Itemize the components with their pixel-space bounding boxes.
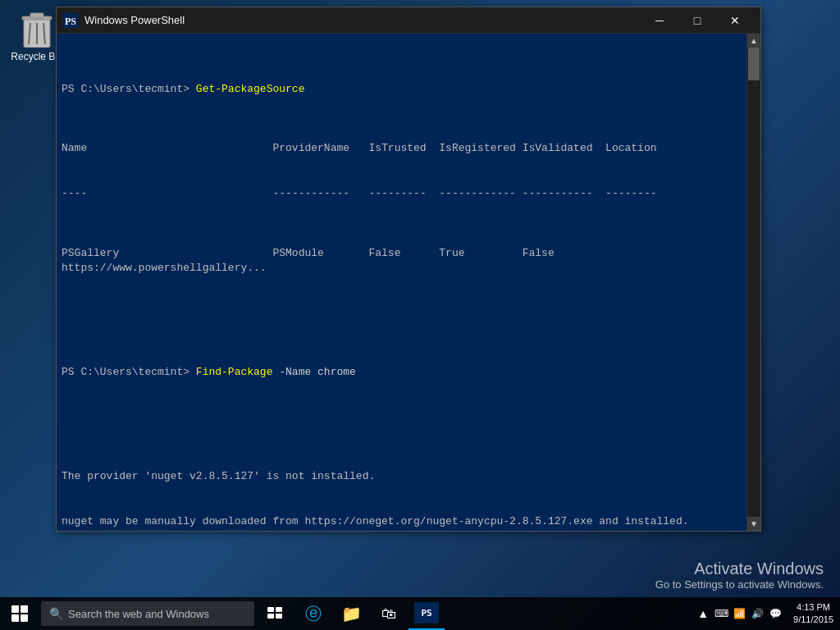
recycle-bin-graphic xyxy=(17,8,57,48)
window-controls: ─ □ ✕ xyxy=(641,7,754,34)
tray-network-icon[interactable]: 📶 xyxy=(731,605,747,622)
clock-date: 9/11/2015 xyxy=(793,614,833,626)
window-title: Windows PowerShell xyxy=(84,14,641,26)
ps-taskbar-icon: PS xyxy=(414,602,439,623)
task-view-button[interactable] xyxy=(258,597,294,630)
clock-time: 4:13 PM xyxy=(797,601,830,614)
scroll-up-button[interactable]: ▲ xyxy=(747,34,761,48)
titlebar: PS Windows PowerShell ─ □ ✕ xyxy=(57,7,760,34)
tray-keyboard-icon[interactable]: ⌨ xyxy=(713,605,729,622)
terminal-nuget-msg2: nuget may be manually downloaded from ht… xyxy=(62,514,742,529)
activate-title: Activate Windows xyxy=(655,559,824,578)
tray-volume-icon[interactable]: 🔊 xyxy=(749,605,765,622)
svg-rect-9 xyxy=(276,607,282,612)
terminal-output[interactable]: PS C:\Users\tecmint> Get-PackageSource N… xyxy=(57,34,746,531)
edge-button[interactable]: ⓔ xyxy=(295,597,331,630)
activate-subtitle: Go to Settings to activate Windows. xyxy=(655,578,824,591)
terminal-content-wrapper: PS C:\Users\tecmint> Get-PackageSource N… xyxy=(57,34,760,531)
maximize-button[interactable]: □ xyxy=(678,7,716,34)
scroll-down-button[interactable]: ▼ xyxy=(747,517,761,531)
terminal-header: Name ProviderName IsTrusted IsRegistered… xyxy=(62,141,742,156)
search-box[interactable]: 🔍 Search the web and Windows xyxy=(41,601,254,626)
scrollbar[interactable]: ▲ ▼ xyxy=(746,34,760,531)
powershell-window: PS Windows PowerShell ─ □ ✕ PS C:\Users\… xyxy=(56,7,761,532)
terminal-line-1: PS C:\Users\tecmint> Get-PackageSource xyxy=(62,82,742,97)
svg-rect-11 xyxy=(276,614,282,619)
terminal-nuget-msg1: The provider 'nuget v2.8.5.127' is not i… xyxy=(62,469,742,484)
scrollbar-thumb[interactable] xyxy=(748,48,760,80)
terminal-data-row: PSGallery PSModule False True False http… xyxy=(62,246,742,276)
powershell-taskbar-button[interactable]: PS xyxy=(409,597,445,630)
tray-message-icon[interactable]: 💬 xyxy=(767,605,783,622)
svg-rect-10 xyxy=(267,614,274,619)
terminal-dashes: ---- ------------ --------- ------------… xyxy=(62,186,742,201)
ps-window-icon: PS xyxy=(63,13,78,28)
terminal-line-find: PS C:\Users\tecmint> Find-Package -Name … xyxy=(62,365,742,380)
svg-rect-8 xyxy=(267,607,274,612)
system-clock[interactable]: 4:13 PM 9/11/2015 xyxy=(787,601,840,627)
terminal-blank-1 xyxy=(62,305,742,320)
search-placeholder: Search the web and Windows xyxy=(68,608,209,620)
tray-chevron-icon[interactable]: ▲ xyxy=(695,605,711,622)
terminal-blank-2 xyxy=(62,410,742,425)
taskbar-app-buttons: ⓔ 📁 🛍 PS xyxy=(258,597,445,630)
scrollbar-track[interactable] xyxy=(747,48,760,517)
svg-rect-2 xyxy=(30,13,43,18)
svg-text:PS: PS xyxy=(65,16,76,27)
windows-logo xyxy=(11,605,28,622)
minimize-button[interactable]: ─ xyxy=(641,7,678,34)
close-button[interactable]: ✕ xyxy=(716,7,754,34)
desktop: Recycle Bin PS Windows PowerShell ─ □ ✕ … xyxy=(0,0,840,630)
store-button[interactable]: 🛍 xyxy=(371,597,407,630)
system-tray: ▲ ⌨ 📶 🔊 💬 xyxy=(692,605,787,622)
search-icon: 🔍 xyxy=(49,607,63,620)
taskbar: 🔍 Search the web and Windows ⓔ 📁 🛍 xyxy=(0,597,840,630)
start-button[interactable] xyxy=(0,597,39,630)
file-explorer-button[interactable]: 📁 xyxy=(333,597,369,630)
activate-watermark: Activate Windows Go to Settings to activ… xyxy=(655,559,824,591)
